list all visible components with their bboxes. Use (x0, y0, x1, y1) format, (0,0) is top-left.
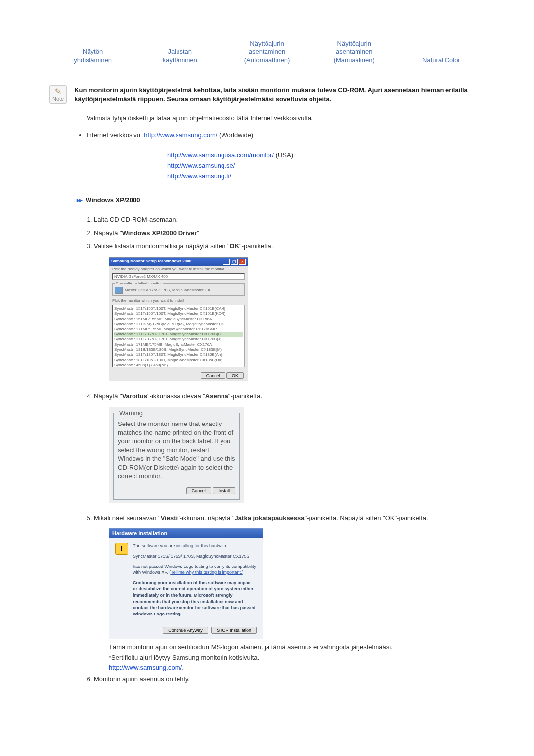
tab-natural-color[interactable]: Natural Color (398, 56, 485, 65)
current-monitor: Master 171S/ 175S/ 170S, MagicSyncMaster… (125, 288, 210, 292)
warning-dialog: Warning Select the monitor name that exa… (109, 407, 244, 503)
chevron-icon: ▸▸ (77, 196, 82, 204)
link-suffix-1: (USA) (274, 151, 293, 159)
step-2: Näpäytä "Windows XP/2000 Driver" (94, 227, 485, 238)
cancel-button[interactable]: Cancel (186, 487, 211, 494)
list-item[interactable]: SyncMaster 181B/185B/180B, MagicSyncMast… (114, 347, 243, 352)
monitor-icon (115, 287, 123, 294)
step-1: Laita CD CD-ROM-asemaan. (94, 214, 485, 225)
dlg1-prompt-pick: Pick the monitor which you want to insta… (109, 297, 248, 304)
dlg3-line2: SyncMaster 171S/ 175S/ 170S, MagicSyncMa… (133, 553, 257, 560)
minimize-icon[interactable]: _ (223, 259, 230, 265)
continue-anyway-button[interactable]: Continue Anyway (163, 627, 208, 634)
step-5: Mikäli näet seuraavan "Viesti"-ikkunan, … (94, 512, 485, 523)
link-samsung-fi[interactable]: http://www.samsung.fi/ (167, 172, 231, 180)
list-item[interactable]: SyncMaster 181T/185T/180T, MagicSyncMast… (114, 352, 243, 357)
tell-me-link[interactable]: Tell me why this testing is important. (171, 570, 242, 575)
step-6: Monitorin ajurin asennus on tehty. (94, 673, 485, 685)
section-title: Windows XP/2000 (86, 196, 140, 204)
list-item[interactable]: SyncMaster 181T/185T/180T, MagicSyncMast… (114, 358, 243, 363)
list-item[interactable]: SyncMaster 151MB/155MB, MagicSyncMaster … (114, 317, 243, 322)
list-item[interactable]: SyncMaster 171T/ 175T/ 170T, MagicSyncMa… (114, 332, 243, 337)
hardware-installation-dialog: Hardware Installation ! The software you… (109, 528, 263, 639)
dlg3-line3: has not passed Windows Logo testing to v… (133, 564, 257, 576)
dlg2-message: Select the monitor name that exactly mat… (118, 420, 235, 480)
stop-installation-button[interactable]: STOP Installation (211, 627, 257, 634)
ok-button[interactable]: OK (226, 372, 244, 379)
dlg1-title: Samsung Monitor Setup for Windows 2000 (111, 259, 191, 265)
warning-icon: ! (115, 543, 128, 555)
after-text-1: Tämä monitorin ajuri on sertifioidun MS-… (109, 643, 393, 651)
maximize-icon[interactable]: ▢ (231, 259, 238, 265)
links-prefix: Internet verkkosivu : (87, 131, 144, 139)
link-samsung-com[interactable]: http://www.samsung.com/ (144, 131, 217, 139)
list-item[interactable]: SyncMaster 171T/ 175T/ 170T, MagicSyncMa… (114, 337, 243, 342)
link-suffix-0: (Worldwide) (217, 131, 253, 139)
step-4: Näpäytä "Varoitus"-ikkunassa olevaa "Ase… (94, 390, 485, 402)
tab-driver-auto[interactable]: Näyttöajurin asentaminen (Automaattinen) (223, 40, 311, 65)
note-icon: Note (49, 85, 67, 104)
dlg1-group-legend: Currently installed monitor (115, 281, 163, 285)
prep-text: Valmista tyhjä disketti ja lataa ajurin … (87, 113, 485, 124)
note-text: Kun monitorin ajurin käyttöjärjestelmä k… (74, 85, 485, 104)
links-bullet: Internet verkkosivu :http://www.samsung.… (87, 130, 485, 141)
dlg3-title: Hardware Installation (109, 529, 263, 538)
list-item[interactable]: SyncMaster 171B(M)/175B(M)/170B(M), Magi… (114, 322, 243, 327)
adapter-select[interactable]: NVIDIA GeForce2 MX/MX 400 (112, 273, 245, 280)
monitor-setup-dialog: Samsung Monitor Setup for Windows 2000 _… (109, 257, 248, 381)
dlg3-line4: Continuing your installation of this sof… (133, 580, 257, 617)
link-samsung-se[interactable]: http://www.samsung.se/ (167, 162, 235, 169)
cancel-button[interactable]: Cancel (201, 372, 225, 379)
link-samsung-com-2[interactable]: http://www.samsung.com/ (109, 664, 182, 671)
list-item[interactable]: SyncMaster 450b(T) / 450(Nb) (114, 363, 243, 367)
step-3: Valitse listasta monitorimallisi ja näpä… (94, 240, 485, 252)
dlg3-line1: The software you are installing for this… (133, 543, 257, 549)
link-samsung-usa[interactable]: http://www.samsungusa.com/monitor/ (167, 151, 274, 159)
dlg2-legend: Warning (118, 409, 144, 417)
after-text-2: *Sertifioitu ajuri löytyy Samsung monito… (109, 654, 259, 661)
dlg1-prompt-adapter: Pick the display adapter on which you wa… (109, 266, 248, 272)
tab-monitor-connect[interactable]: Näytön yhdistäminen (49, 48, 136, 65)
list-item[interactable]: SyncMaster 151T/155T/150T, MagicSyncMast… (114, 306, 243, 311)
monitor-list[interactable]: SyncMaster 151T/155T/150T, MagicSyncMast… (112, 305, 245, 367)
list-item[interactable]: SyncMaster 171MP/175MP MagicSyncMaster R… (114, 327, 243, 331)
close-icon[interactable]: × (239, 259, 246, 265)
install-button[interactable]: Install (213, 487, 235, 494)
tab-stand-use[interactable]: Jalustan käyttäminen (136, 48, 223, 65)
list-item[interactable]: SyncMaster 171MB/175MB, MagicSyncMaster … (114, 342, 243, 347)
list-item[interactable]: SyncMaster 151T/155T/150T, MagicSyncMast… (114, 311, 243, 316)
tab-driver-manual[interactable]: Näyttöajurin asentaminen (Manuaalinen) (311, 40, 398, 65)
top-tabs: Näytön yhdistäminen Jalustan käyttäminen… (49, 40, 485, 70)
